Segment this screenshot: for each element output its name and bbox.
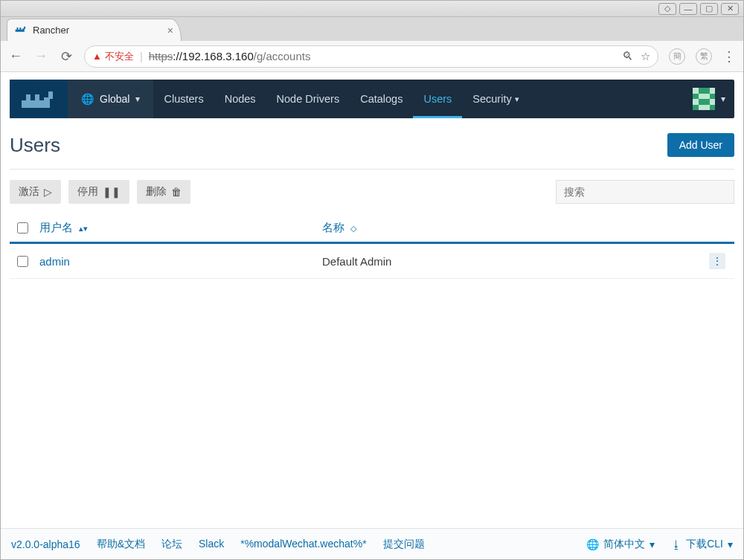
sort-icon: ▴▾	[79, 224, 88, 233]
select-all-checkbox[interactable]	[17, 222, 28, 234]
footer-link[interactable]: 提交问题	[383, 538, 425, 551]
browser-tab[interactable]: Rancher ×	[7, 19, 182, 41]
search-icon[interactable]: 🔍︎	[622, 50, 633, 62]
separator: |	[140, 50, 143, 62]
tab-close-icon[interactable]: ×	[167, 25, 173, 36]
sort-icon: ◇	[350, 224, 356, 233]
bulk-action-toolbar: 激活▷ 停用❚❚ 删除🗑	[10, 180, 734, 204]
browser-toolbar: ← → ⟳ ▲ 不安全 | https://192.168.3.160/g/ac…	[1, 41, 743, 72]
bookmark-icon[interactable]: ☆	[641, 50, 650, 63]
extension-icon-2[interactable]: 繁	[696, 48, 712, 65]
insecure-label: 不安全	[105, 50, 134, 63]
activate-button[interactable]: 激活▷	[10, 180, 61, 204]
row-actions-button[interactable]: ⋮	[709, 253, 725, 269]
select-all-header	[10, 214, 35, 243]
search-box	[556, 180, 734, 204]
tab-title: Rancher	[33, 25, 167, 36]
avatar	[693, 88, 715, 110]
insecure-badge: ▲ 不安全	[92, 50, 134, 63]
nav-item-users[interactable]: Users	[413, 80, 462, 118]
address-bar[interactable]: ▲ 不安全 | https://192.168.3.160/g/accounts…	[84, 45, 658, 68]
app-footer: v2.0.0-alpha16 帮助&文档论坛Slack*%modalWechat…	[1, 528, 743, 559]
nav-item-node-drivers[interactable]: Node Drivers	[266, 80, 350, 118]
globe-icon: 🌐	[586, 538, 599, 550]
column-name[interactable]: 名称 ◇	[318, 214, 705, 243]
table-row: adminDefault Admin⋮	[10, 243, 734, 279]
browser-menu-icon[interactable]: ⋮	[722, 48, 736, 65]
footer-link[interactable]: *%modalWechat.wechat%*	[240, 538, 366, 551]
row-checkbox[interactable]	[17, 256, 28, 267]
scope-label: Global	[100, 93, 129, 105]
deactivate-button[interactable]: 停用❚❚	[68, 180, 129, 204]
play-icon: ▷	[44, 186, 52, 198]
download-cli[interactable]: ⭳ 下载CLI ▾	[671, 538, 733, 551]
tab-strip: Rancher ×	[1, 17, 743, 41]
nav-item-security[interactable]: Security ▾	[462, 80, 529, 118]
add-user-button[interactable]: Add User	[667, 133, 734, 157]
users-table: 用户名 ▴▾ 名称 ◇ adminDefault Admin⋮	[10, 214, 734, 279]
app-navbar: 🌐 Global ▾ ClustersNodesNode DriversCata…	[10, 80, 734, 118]
user-menu[interactable]: ▾	[684, 80, 734, 118]
version-link[interactable]: v2.0.0-alpha16	[11, 538, 80, 550]
url-text: https://192.168.3.160/g/accounts	[149, 50, 622, 62]
page-header: Users Add User	[10, 133, 734, 157]
warning-icon: ▲	[92, 51, 102, 62]
chevron-down-icon: ▾	[135, 94, 140, 104]
rancher-logo[interactable]	[10, 80, 68, 118]
browser-window: ◇ — ▢ ✕ Rancher × ← → ⟳ ▲ 不安全 | https://…	[0, 0, 744, 560]
scope-selector[interactable]: 🌐 Global ▾	[68, 80, 153, 118]
column-username[interactable]: 用户名 ▴▾	[35, 214, 318, 243]
footer-link[interactable]: Slack	[199, 538, 224, 551]
nav-item-nodes[interactable]: Nodes	[214, 80, 266, 118]
pause-icon: ❚❚	[103, 186, 121, 198]
os-titlebar: ◇ — ▢ ✕	[1, 1, 743, 17]
footer-link[interactable]: 论坛	[161, 538, 182, 551]
divider	[10, 169, 734, 170]
language-selector[interactable]: 🌐 简体中文 ▾	[586, 538, 655, 551]
trash-icon: 🗑	[171, 186, 182, 198]
chevron-down-icon: ▾	[650, 538, 655, 550]
nav-item-clusters[interactable]: Clusters	[153, 80, 214, 118]
tab-favicon	[15, 24, 27, 36]
name-cell: Default Admin	[318, 243, 705, 279]
chevron-down-icon: ▾	[721, 94, 725, 104]
minimize-button[interactable]: —	[679, 3, 697, 15]
delete-button[interactable]: 删除🗑	[137, 180, 190, 204]
user-icon[interactable]: ◇	[658, 3, 676, 15]
page-viewport: 🌐 Global ▾ ClustersNodesNode DriversCata…	[1, 72, 743, 559]
chevron-down-icon: ▾	[515, 94, 519, 104]
footer-link[interactable]: 帮助&文档	[97, 538, 145, 551]
username-link[interactable]: admin	[39, 255, 70, 268]
page-title: Users	[10, 134, 60, 157]
search-input[interactable]	[556, 180, 734, 204]
nav-items: ClustersNodesNode DriversCatalogsUsersSe…	[153, 80, 529, 118]
maximize-button[interactable]: ▢	[700, 3, 718, 15]
close-window-button[interactable]: ✕	[721, 3, 739, 15]
extension-icon-1[interactable]: 簡	[669, 48, 685, 65]
chevron-down-icon: ▾	[728, 538, 733, 550]
globe-icon: 🌐	[81, 93, 94, 105]
back-button[interactable]: ←	[8, 48, 23, 64]
reload-button[interactable]: ⟳	[59, 48, 74, 65]
forward-button: →	[33, 48, 48, 64]
download-icon: ⭳	[671, 538, 682, 550]
nav-item-catalogs[interactable]: Catalogs	[350, 80, 413, 118]
